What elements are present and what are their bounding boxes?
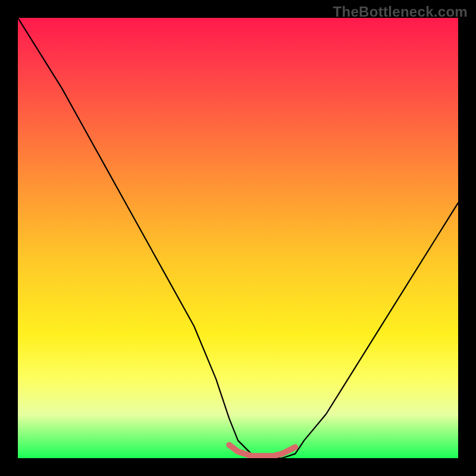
curve-layer	[18, 18, 458, 458]
chart-frame: TheBottleneck.com	[0, 0, 476, 476]
plot-area	[18, 18, 458, 458]
bottleneck-curve	[18, 18, 458, 458]
watermark-text: TheBottleneck.com	[333, 4, 468, 20]
valley-marker	[229, 445, 295, 456]
